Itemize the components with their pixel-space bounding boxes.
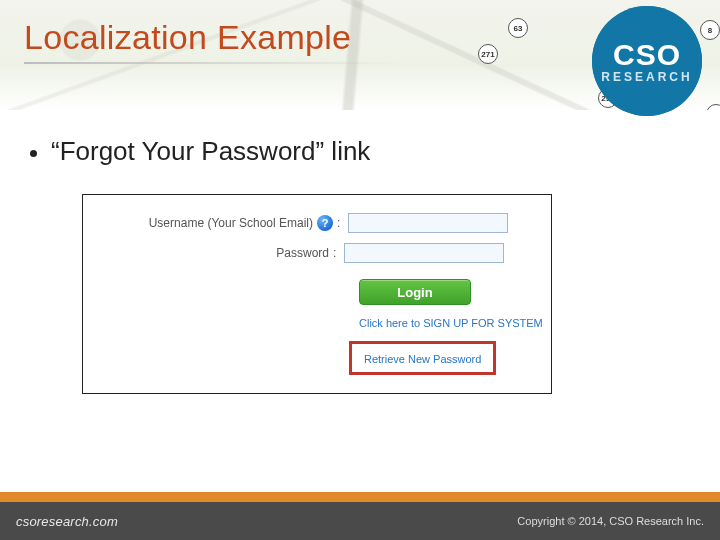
bullet-text: “Forgot Your Password” link (51, 136, 370, 166)
bullet-dot-icon (30, 150, 37, 157)
bullet-item: “Forgot Your Password” link (30, 136, 370, 167)
password-row: Password : (113, 243, 504, 263)
route-shield-icon: 271 (478, 44, 498, 64)
slide-title: Localization Example (24, 18, 351, 57)
footer: csoresearch.com Copyright © 2014, CSO Re… (0, 502, 720, 540)
colon: : (333, 246, 336, 260)
footer-domain: csoresearch.com (16, 514, 118, 529)
retrieve-password-link[interactable]: Retrieve New Password (364, 353, 481, 365)
route-shield-icon: 8 (700, 20, 720, 40)
password-label: Password (113, 246, 329, 260)
help-icon[interactable]: ? (317, 215, 333, 231)
password-input[interactable] (344, 243, 504, 263)
username-row: Username (Your School Email) ? : (113, 213, 508, 233)
cso-logo: CSO RESEARCH (592, 6, 702, 116)
logo-main-text: CSO (613, 38, 681, 72)
footer-copyright: Copyright © 2014, CSO Research Inc. (517, 515, 704, 527)
signup-link[interactable]: Click here to SIGN UP FOR SYSTEM (359, 317, 543, 329)
colon: : (337, 216, 340, 230)
login-button[interactable]: Login (359, 279, 471, 305)
title-underline (24, 62, 404, 64)
route-shield-icon: 69 (706, 104, 720, 110)
route-shield-icon: 63 (508, 18, 528, 38)
footer-accent-bar (0, 492, 720, 502)
retrieve-password-highlight: Retrieve New Password (349, 341, 496, 375)
username-label: Username (Your School Email) (113, 216, 313, 230)
username-input[interactable] (348, 213, 508, 233)
slide: 63 271 299 8 69 Localization Example CSO… (0, 0, 720, 540)
logo-sub-text: RESEARCH (601, 70, 692, 84)
login-screenshot: Username (Your School Email) ? : Passwor… (82, 194, 552, 394)
